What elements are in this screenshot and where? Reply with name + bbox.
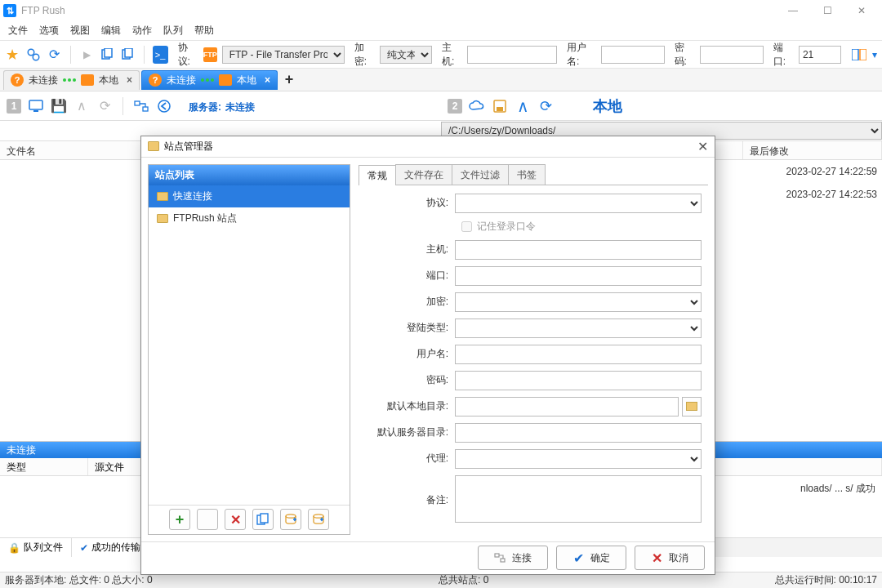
field-pass[interactable]: [455, 371, 702, 390]
browse-local-dir-button[interactable]: [682, 397, 702, 416]
tab-success-transfers[interactable]: ✔ 成功的传输: [72, 538, 149, 557]
host-label: 主机:: [442, 41, 461, 69]
field-note[interactable]: [455, 475, 702, 523]
user-input[interactable]: [601, 46, 665, 64]
dialog-titlebar: 站点管理器 ✕: [141, 136, 715, 158]
field-protocol[interactable]: [455, 194, 702, 213]
copy2-icon[interactable]: [120, 46, 136, 64]
delete-site-button[interactable]: ✕: [225, 509, 246, 530]
save-icon[interactable]: [492, 98, 508, 114]
tab-connection-1[interactable]: ? 未连接 本地 ×: [3, 70, 140, 90]
file-row[interactable]: 2023-02-27 14:22:53: [786, 183, 877, 206]
refresh-icon[interactable]: ⟳: [47, 46, 62, 64]
star-icon[interactable]: ★: [5, 46, 20, 64]
chk-remember[interactable]: [461, 221, 472, 232]
minimize-button[interactable]: —: [776, 0, 810, 21]
field-encrypt[interactable]: [455, 292, 702, 312]
up-icon[interactable]: ∧: [74, 98, 90, 114]
field-host[interactable]: [455, 240, 702, 260]
tree-item-ftprush[interactable]: FTPRush 站点: [149, 207, 350, 229]
tab-file-exists[interactable]: 文件存在: [395, 164, 452, 185]
monitor-icon[interactable]: [28, 98, 44, 114]
cloud-icon[interactable]: [469, 98, 485, 114]
field-remote-dir[interactable]: [455, 423, 702, 443]
svg-rect-7: [860, 49, 866, 60]
dialog-close-icon[interactable]: ✕: [697, 139, 708, 154]
reload-icon[interactable]: ⟳: [537, 98, 554, 114]
menu-view[interactable]: 视图: [70, 24, 90, 38]
tab-connection-2[interactable]: ? 未连接 本地 ×: [141, 70, 278, 90]
field-proxy[interactable]: [455, 449, 702, 469]
play-icon[interactable]: ▶: [79, 46, 95, 64]
right-file-list: 2023-02-27 14:22:59 2023-02-27 14:22:53: [786, 160, 877, 206]
gears-icon[interactable]: [25, 46, 42, 64]
monitor-icon: [81, 74, 94, 86]
menu-file[interactable]: 文件: [8, 24, 28, 38]
port-input[interactable]: [799, 46, 841, 64]
dialog-title: 站点管理器: [164, 140, 213, 154]
layout-dropdown-icon[interactable]: ▾: [872, 49, 877, 60]
copy1-icon[interactable]: [100, 46, 115, 64]
tab-label: 本地: [99, 74, 118, 87]
svg-rect-16: [261, 514, 268, 523]
import-button[interactable]: [308, 509, 329, 530]
ok-button[interactable]: ✔确定: [556, 546, 626, 570]
main-toolbar: ★ ⟳ ▶ >_ 协议: FTP FTP - File Transfer Pro…: [0, 41, 882, 69]
tab-general[interactable]: 常规: [359, 165, 396, 185]
col-modified[interactable]: 最后修改: [743, 141, 882, 159]
reload-icon[interactable]: ⟳: [96, 98, 113, 114]
tab-bookmarks[interactable]: 书签: [508, 164, 546, 185]
dots-icon: [201, 78, 214, 82]
menubar: 文件 选项 视图 编辑 动作 队列 帮助: [0, 21, 882, 41]
new-tab-button[interactable]: +: [279, 71, 299, 88]
app-icon: ⇅: [3, 4, 16, 17]
panes-header: 1 💾 ∧ ⟳ 服务器: 未连接 2 ∧ ⟳ 本地: [0, 91, 882, 121]
menu-queue[interactable]: 队列: [163, 24, 183, 38]
encrypt-select[interactable]: 纯文本: [380, 46, 432, 64]
field-port[interactable]: [455, 266, 702, 286]
tab-file-filter[interactable]: 文件过滤: [452, 164, 509, 185]
terminal-icon[interactable]: >_: [153, 46, 168, 64]
layout-icon[interactable]: [851, 46, 867, 64]
field-local-dir[interactable]: [455, 397, 679, 416]
folder-icon: [157, 192, 168, 201]
maximize-button[interactable]: ☐: [810, 0, 844, 21]
x-icon: ✕: [652, 550, 662, 566]
connect-button[interactable]: 连接: [478, 546, 548, 570]
menu-help[interactable]: 帮助: [194, 24, 214, 38]
lbl-local-dir: 默认本地目录:: [365, 399, 455, 413]
field-user[interactable]: [455, 345, 702, 364]
question-icon: ?: [11, 74, 24, 87]
site-form: 协议: 记住登录口令 主机: 端口: 加密: 登陆类型: 用户名: 密码: 默认…: [359, 185, 708, 535]
new-folder-button[interactable]: [197, 509, 218, 530]
pass-label: 密码:: [675, 41, 693, 69]
export-button[interactable]: [280, 509, 301, 530]
col-type[interactable]: 类型: [0, 458, 88, 475]
file-row[interactable]: 2023-02-27 14:22:59: [786, 160, 877, 183]
protocol-select[interactable]: FTP - File Transfer Protocol: [222, 46, 345, 64]
site-list-panel: 站点列表 快速连接 FTPRush 站点 + ✕: [148, 164, 350, 535]
tab-close-icon[interactable]: ×: [127, 74, 132, 86]
site-manager-dialog: 站点管理器 ✕ 站点列表 快速连接 FTPRush 站点 +: [140, 136, 715, 575]
host-input[interactable]: [467, 46, 557, 64]
tree-item-quickconnect[interactable]: 快速连接: [149, 185, 350, 207]
pass-input[interactable]: [700, 46, 764, 64]
link-icon[interactable]: [133, 98, 149, 114]
menu-options[interactable]: 选项: [39, 24, 59, 38]
field-login-type[interactable]: [455, 318, 702, 338]
form-tabs: 常规 文件存在 文件过滤 书签: [359, 164, 708, 185]
up-icon[interactable]: ∧: [514, 98, 531, 114]
cancel-button[interactable]: ✕取消: [635, 546, 705, 570]
tab-queue-files[interactable]: 🔒 队列文件: [0, 538, 72, 557]
folder-icon: [157, 214, 168, 223]
add-site-button[interactable]: +: [169, 509, 190, 530]
svg-point-12: [158, 100, 170, 112]
menu-action[interactable]: 动作: [132, 24, 152, 38]
close-button[interactable]: ✕: [844, 0, 879, 21]
menu-edit[interactable]: 编辑: [101, 24, 121, 38]
lbl-port: 端口:: [365, 269, 455, 283]
save-icon[interactable]: 💾: [51, 98, 67, 114]
copy-site-button[interactable]: [252, 509, 274, 530]
tab-close-icon[interactable]: ×: [265, 74, 270, 86]
circle-left-icon[interactable]: [156, 98, 172, 114]
